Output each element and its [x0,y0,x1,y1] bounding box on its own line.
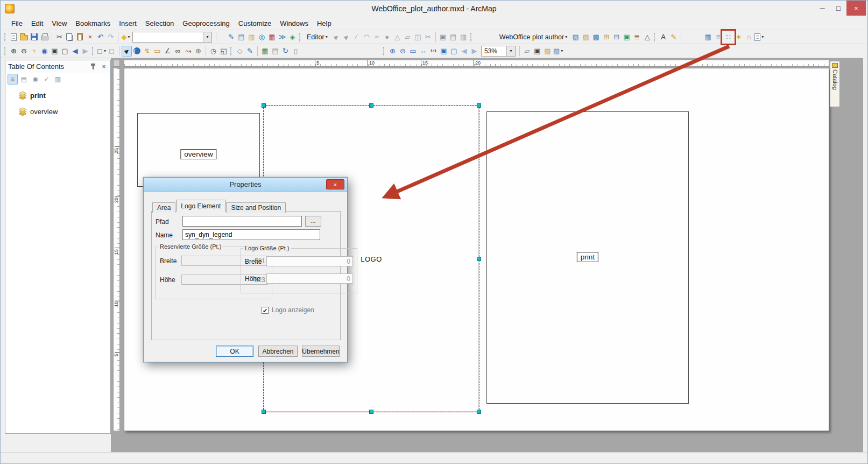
menu-edit[interactable]: Edit [27,18,47,29]
open-map-icon[interactable] [19,32,29,43]
browse-button[interactable]: ... [305,216,321,227]
edit-vertices-icon[interactable]: △ [392,32,403,43]
dialog-title-bar[interactable]: Properties × [144,178,347,192]
change-layout-icon[interactable]: ▧ [542,46,553,57]
edit-annotation-tool-icon[interactable]: ► [341,32,351,43]
arctoolbox-window-icon[interactable]: ▦ [267,32,277,43]
dialog-close-button[interactable]: × [326,179,344,189]
select-elements-icon[interactable]: ► [122,46,132,57]
layout-forward-extent-icon[interactable]: ▶ [469,46,479,57]
add-data-icon[interactable]: ◆▾ [121,32,131,43]
time-slider-icon[interactable]: ◷ [208,46,218,57]
viewer-window-icon[interactable]: ◱ [218,46,229,57]
plot-project-open-icon[interactable]: ▨ [581,32,591,43]
tab-size-and-position[interactable]: Size and Position [226,202,286,213]
chevron-down-icon[interactable]: ▾ [203,32,211,42]
toc-item-print[interactable]: print [5,90,110,101]
arc-segment-icon[interactable]: ◠ [362,32,372,43]
list-by-drawing-order-icon[interactable]: ≡ [8,74,18,85]
map-scale-combo[interactable]: ▾ [132,32,212,43]
identify-icon[interactable]: i [132,46,142,57]
new-map-icon[interactable] [9,32,19,43]
plot-text-element-icon[interactable]: A [658,32,668,43]
pin-icon[interactable] [90,64,96,69]
list-by-visibility-icon[interactable]: ◉ [30,74,40,85]
editor-menu[interactable]: Editor▾ [304,32,331,42]
open-attribute-table-icon[interactable]: ▦ [260,46,270,57]
menu-view[interactable]: View [47,18,71,29]
logo-hoehe-input[interactable] [266,273,353,284]
pfad-input[interactable] [182,216,302,227]
menu-windows[interactable]: Windows [276,18,313,29]
plot-project-save-icon[interactable]: ▩ [591,32,601,43]
print-frame-element[interactable]: print [486,111,689,404]
plot-project-new-icon[interactable]: ▧ [570,32,581,43]
list-by-selection-icon[interactable]: ✓ [41,74,52,85]
delete-icon[interactable]: × [85,32,95,43]
close-button[interactable]: × [846,1,866,16]
go-back-extent-icon[interactable]: ◀ [70,46,80,57]
selection-handle[interactable] [369,410,373,414]
logo-anzeigen-checkbox[interactable]: ✔ [262,307,269,314]
cut-icon[interactable]: ✂ [54,32,65,43]
plot-map-series-icon[interactable]: ⊟ [611,32,622,43]
toc-item-overview[interactable]: overview [5,106,110,117]
pan-icon[interactable]: + [29,46,39,57]
zoom-in-icon[interactable]: ⊕ [9,46,19,57]
plot-table-element-icon[interactable]: ▦ [703,32,713,43]
layout-back-extent-icon[interactable]: ◀ [459,46,469,57]
toc-close-icon[interactable]: × [100,63,108,71]
plot-annotation-element-icon[interactable]: ✎ [668,32,679,43]
copy-icon[interactable] [65,32,75,43]
toc-options-icon[interactable]: ▥ [53,74,63,85]
trace-tool-icon[interactable]: ≈ [372,32,382,43]
name-input[interactable] [182,229,320,240]
toolbar-grip[interactable] [383,47,385,55]
python-window-icon[interactable]: ≫ [277,32,287,43]
plot-home-icon[interactable]: ⌂ [744,32,754,43]
catalog-window-icon[interactable]: ▥ [246,32,257,43]
split-tool-icon[interactable]: ✂ [423,32,433,43]
snapping-toolbar-icon[interactable]: ◇ [235,46,245,57]
menu-bookmarks[interactable]: Bookmarks [71,18,115,29]
full-extent-icon[interactable]: ◉ [39,46,50,57]
selection-handle[interactable] [477,103,481,108]
menu-selection[interactable]: Selection [141,18,178,29]
edit-tool-icon[interactable]: ► [331,32,341,43]
measure-icon[interactable]: ∠ [163,46,173,57]
select-features-icon[interactable]: ◻▾ [96,46,107,57]
selection-handle[interactable] [477,257,481,261]
weboffice-plot-author-menu[interactable]: WebOffice plot author▾ [496,32,570,42]
modelbuilder-window-icon[interactable]: ◈ [287,32,298,43]
data-frame-properties-icon[interactable]: ▤ [270,46,280,57]
point-tool-icon[interactable]: ● [382,32,392,43]
toolbar-grip[interactable] [299,33,301,41]
zoom-out-icon[interactable]: ⊖ [19,46,29,57]
editor-toolbar-toggle-icon[interactable]: ✎ [226,32,236,43]
straight-segment-icon[interactable]: ∕ [351,32,362,43]
search-window-icon[interactable]: ◎ [257,32,267,43]
pause-drawing-icon[interactable]: ▯ [291,46,301,57]
table-of-contents-window-icon[interactable]: ▤ [236,32,246,43]
layout-zoom-combo[interactable]: 53%▾ [481,46,516,57]
undo-icon[interactable]: ↶ [95,32,105,43]
data-driven-pages-icon[interactable]: ▨▾ [553,46,563,57]
save-map-icon[interactable] [29,32,39,43]
plot-north-arrow-icon[interactable]: △ [642,32,652,43]
zoom-page-width-icon[interactable]: ↔ [418,46,428,57]
menu-geoprocessing[interactable]: Geoprocessing [178,18,234,29]
ok-button[interactable]: OK [216,346,253,357]
toolbar-grip[interactable] [4,33,6,41]
go-to-xy-icon[interactable]: ⊕ [193,46,203,57]
logo-breite-input[interactable] [266,256,353,266]
html-popup-icon[interactable]: ▭ [152,46,163,57]
catalog-docked-tab[interactable]: Catalog [830,61,840,107]
menu-help[interactable]: Help [313,18,336,29]
clear-selected-features-icon[interactable]: ◻ [107,46,117,57]
toolbar-grip[interactable] [654,33,655,41]
chevron-down-icon[interactable]: ▾ [506,46,515,56]
refresh-view-icon[interactable]: ↻ [280,46,291,57]
toolbar-grip[interactable] [230,47,232,55]
find-route-icon[interactable]: ↝ [183,46,193,57]
label-toolbar-icon[interactable]: ✎ [245,46,255,57]
